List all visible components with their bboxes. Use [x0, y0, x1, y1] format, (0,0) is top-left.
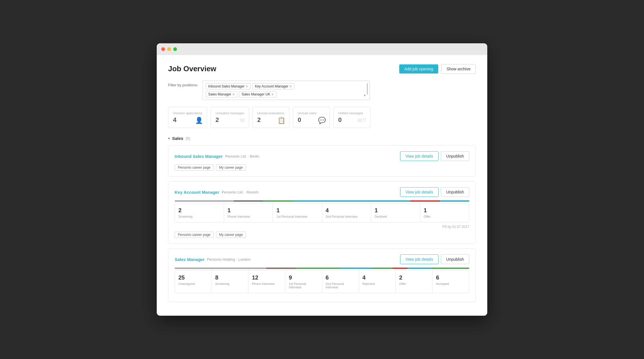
pipeline-bar-segment [372, 268, 393, 269]
job-tag[interactable]: My career page [216, 232, 246, 238]
add-job-button[interactable]: Add job opening [399, 64, 438, 74]
pipeline-stage[interactable]: 4 Rejected [359, 270, 396, 293]
unpublish-button[interactable]: Unpublish [441, 254, 469, 264]
stat-icon: 👤 [195, 117, 203, 124]
pipeline-stage[interactable]: 1 Declined [371, 203, 420, 222]
pipeline-stage[interactable]: 25 Unassigned [175, 270, 212, 293]
job-card-header: Key Account Manager Personio Ltd. · Muni… [175, 187, 469, 197]
stat-label: Unreplied messages [215, 111, 244, 115]
pipeline-stage[interactable]: 9 1st Personal Interview [285, 270, 322, 293]
stat-card[interactable]: Unread notes 0 💬 [293, 107, 330, 128]
title-bar [157, 43, 487, 55]
view-job-details-button[interactable]: View job details [400, 151, 439, 161]
stage-name: 2nd Personal Interview [326, 282, 355, 289]
pipeline-bar-segment [340, 268, 372, 269]
pipeline-progress-bar [175, 268, 469, 269]
remove-tag-inbound[interactable]: × [246, 84, 248, 88]
close-button[interactable] [161, 47, 165, 51]
view-job-details-button[interactable]: View job details [400, 254, 439, 264]
pipeline-bar-segment [263, 200, 292, 202]
pipeline-bar-segment [234, 200, 263, 202]
job-title-area: Inbound Sales Manager Personio Ltd. · Be… [175, 154, 259, 159]
stage-name: 1st Personal Interview [289, 282, 318, 289]
stat-label: Unread evaluations [257, 111, 285, 115]
chevron-down-icon[interactable]: ▾ [364, 93, 366, 97]
job-card-key-account-manager: Key Account Manager Personio Ltd. · Muni… [168, 181, 476, 244]
section-title: Sales [172, 136, 183, 141]
show-archive-button[interactable]: Show archive [441, 64, 476, 74]
stage-count: 4 [326, 207, 368, 214]
filter-tag-sales[interactable]: Sales Manager × [206, 91, 237, 97]
pipeline-stages: 25 Unassigned 8 Screening 12 Phone Inter… [175, 270, 469, 293]
stat-label: Unread notes [298, 111, 325, 115]
stat-icon: 📋 [278, 117, 285, 124]
job-tag[interactable]: My career page [216, 164, 246, 171]
job-tag[interactable]: Personio career page [175, 164, 214, 171]
app-window: Job Overview Add job opening Show archiv… [157, 43, 487, 316]
filter-tag-keyaccount[interactable]: Key Account Manager × [252, 83, 294, 89]
stat-icon: ✉ [240, 117, 245, 124]
stat-card[interactable]: Overdue applications 4 👤 [168, 107, 207, 128]
header-actions: Add job opening Show archive [399, 64, 476, 74]
stage-count: 1 [375, 207, 417, 214]
stage-name: Rejected [362, 282, 392, 285]
job-card-sales-manager: Sales Manager Personio Holding · London … [168, 248, 476, 302]
stat-icon: ✉? [357, 117, 366, 124]
filter-tag-inbound[interactable]: Inbound Sales Manager × [206, 83, 251, 89]
pipeline-bar-segment [393, 268, 407, 269]
job-tags: Personio career pageMy career page [175, 164, 469, 171]
pipeline-bar-segment [407, 268, 431, 269]
pipeline-bar-segment [175, 268, 266, 269]
stage-name: Phone Interview [227, 215, 269, 218]
remove-tag-salesuk[interactable]: × [271, 92, 274, 96]
pipeline-stage[interactable]: 1 Offer [420, 203, 469, 222]
job-title[interactable]: Key Account Manager [175, 190, 219, 195]
pipeline-stage[interactable]: 6 2nd Personal Interview [322, 270, 359, 293]
pipeline-bar-segment [266, 268, 295, 269]
pipeline-stage[interactable]: 2 Offer [396, 270, 433, 293]
filter-tag-salesuk[interactable]: Sales Manager UK × [239, 91, 276, 97]
unpublish-button[interactable]: Unpublish [441, 187, 469, 197]
jobs-list: Inbound Sales Manager Personio Ltd. · Be… [168, 145, 476, 302]
view-job-details-button[interactable]: View job details [400, 187, 439, 197]
pipeline-bar-segment [293, 200, 411, 202]
page-title: Job Overview [168, 64, 216, 73]
pipeline-bar-segment [175, 200, 234, 202]
remove-tag-sales[interactable]: × [232, 92, 235, 96]
job-title[interactable]: Sales Manager [175, 257, 205, 262]
stat-card[interactable]: Unfiled messages 0 ✉? [333, 107, 370, 128]
filter-label: Filter by positions: [168, 83, 198, 87]
job-card-header: Inbound Sales Manager Personio Ltd. · Be… [175, 151, 469, 161]
stat-card[interactable]: Unreplied messages 2 ✉ [211, 107, 249, 128]
pipeline-stage[interactable]: 1 Phone Interview [224, 203, 273, 222]
stage-name: 2nd Personal Interview [326, 215, 368, 218]
stage-name: Declined [375, 215, 417, 218]
stage-count: 9 [289, 274, 318, 281]
job-tag[interactable]: Personio career page [175, 232, 214, 238]
stage-count: 2 [178, 207, 220, 214]
stage-name: Screening [215, 282, 245, 285]
job-card-header: Sales Manager Personio Holding · London … [175, 254, 469, 264]
pipeline-stage[interactable]: 1 1st Personal Interview [273, 203, 322, 222]
maximize-button[interactable] [173, 47, 177, 51]
remove-tag-keyaccount[interactable]: × [290, 84, 292, 88]
section-header[interactable]: ▾ Sales (5) [168, 136, 476, 141]
pipeline-bar-segment [295, 268, 340, 269]
pipeline-stage[interactable]: 2 Screening [175, 203, 224, 222]
filter-scrollbar [367, 83, 368, 95]
filter-box[interactable]: Inbound Sales Manager × Key Account Mana… [203, 81, 370, 100]
pipeline-bar-segment [410, 200, 440, 202]
pipeline-stage[interactable]: 6 Accepted [433, 270, 469, 293]
unpublish-button[interactable]: Unpublish [441, 151, 469, 161]
pipeline-stage[interactable]: 12 Phone Interview [248, 270, 285, 293]
pipeline: 2 Screening 1 Phone Interview 1 1st Pers… [175, 200, 469, 229]
stat-card[interactable]: Unread evaluations 2 📋 [252, 107, 290, 128]
pipeline-bar-segment [440, 200, 469, 202]
job-actions: View job details Unpublish [400, 254, 469, 264]
stage-name: Screening [178, 215, 220, 218]
stage-count: 1 [424, 207, 466, 214]
minimize-button[interactable] [167, 47, 171, 51]
pipeline-stage[interactable]: 4 2nd Personal Interview [322, 203, 371, 222]
job-title[interactable]: Inbound Sales Manager [175, 154, 223, 159]
pipeline-stage[interactable]: 8 Screening [212, 270, 248, 293]
